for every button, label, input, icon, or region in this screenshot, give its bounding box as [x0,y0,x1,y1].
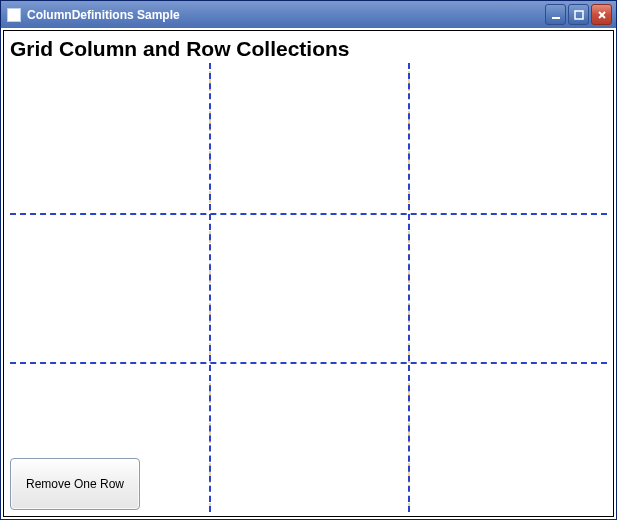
grid-preview [10,63,607,512]
maximize-icon [574,10,584,20]
svg-rect-0 [552,17,560,19]
close-button[interactable] [591,4,612,25]
grid-row-divider [10,362,607,364]
client-area: Grid Column and Row Collections Remove O… [3,30,614,517]
grid-column-divider [408,63,410,512]
titlebar[interactable]: ColumnDefinitions Sample [1,1,616,28]
app-icon [7,8,21,22]
grid-row-divider [10,213,607,215]
window-title: ColumnDefinitions Sample [27,8,545,22]
page-title: Grid Column and Row Collections [10,35,607,63]
app-window: ColumnDefinitions Sample Grid Column an [0,0,617,520]
maximize-button[interactable] [568,4,589,25]
window-controls [545,4,612,25]
button-area: Remove One Row [10,458,140,510]
minimize-icon [551,10,561,20]
svg-rect-1 [575,11,583,19]
remove-row-button[interactable]: Remove One Row [10,458,140,510]
close-icon [597,10,607,20]
minimize-button[interactable] [545,4,566,25]
grid-column-divider [209,63,211,512]
